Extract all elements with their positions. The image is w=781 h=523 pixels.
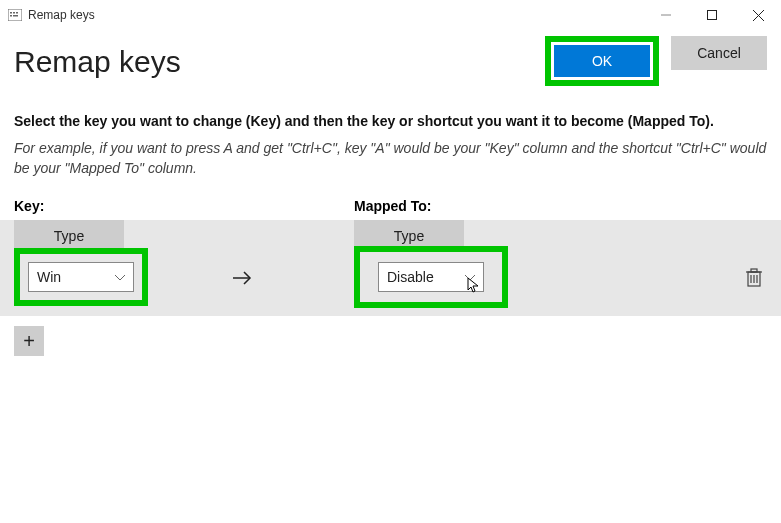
mapping-area: Type Type Win bbox=[0, 220, 781, 316]
highlight-ok: OK bbox=[545, 36, 659, 86]
svg-rect-16 bbox=[751, 269, 757, 272]
instruction-example: For example, if you want to press A and … bbox=[14, 138, 767, 179]
cursor-icon bbox=[467, 277, 481, 298]
key-dropdown[interactable]: Win bbox=[28, 262, 134, 292]
svg-rect-2 bbox=[13, 12, 15, 14]
mapped-column-label: Mapped To: bbox=[354, 198, 432, 214]
delete-row-button[interactable] bbox=[745, 274, 763, 291]
mapped-dropdown-value: Disable bbox=[387, 269, 434, 285]
svg-rect-1 bbox=[10, 12, 12, 14]
close-button[interactable] bbox=[735, 0, 781, 30]
svg-rect-5 bbox=[13, 15, 18, 17]
key-dropdown-value: Win bbox=[37, 269, 61, 285]
key-column-label: Key: bbox=[14, 198, 354, 214]
minimize-button[interactable] bbox=[643, 0, 689, 30]
highlight-mapped-dropdown: Disable bbox=[354, 246, 508, 308]
arrow-right-icon bbox=[232, 271, 252, 289]
app-icon bbox=[8, 9, 22, 21]
highlight-key-dropdown: Win bbox=[14, 248, 148, 306]
instruction-text: Select the key you want to change (Key) … bbox=[14, 112, 767, 132]
window-title: Remap keys bbox=[28, 8, 95, 22]
chevron-down-icon bbox=[115, 271, 125, 283]
maximize-button[interactable] bbox=[689, 0, 735, 30]
titlebar: Remap keys bbox=[0, 0, 781, 30]
svg-rect-3 bbox=[16, 12, 18, 14]
ok-button[interactable]: OK bbox=[554, 45, 650, 77]
cancel-button[interactable]: Cancel bbox=[671, 36, 767, 70]
window-controls bbox=[643, 0, 781, 30]
page-title: Remap keys bbox=[14, 45, 545, 78]
mapped-dropdown[interactable]: Disable bbox=[378, 262, 484, 292]
svg-rect-7 bbox=[708, 11, 717, 20]
add-mapping-button[interactable]: + bbox=[14, 326, 44, 356]
svg-rect-4 bbox=[10, 15, 12, 17]
